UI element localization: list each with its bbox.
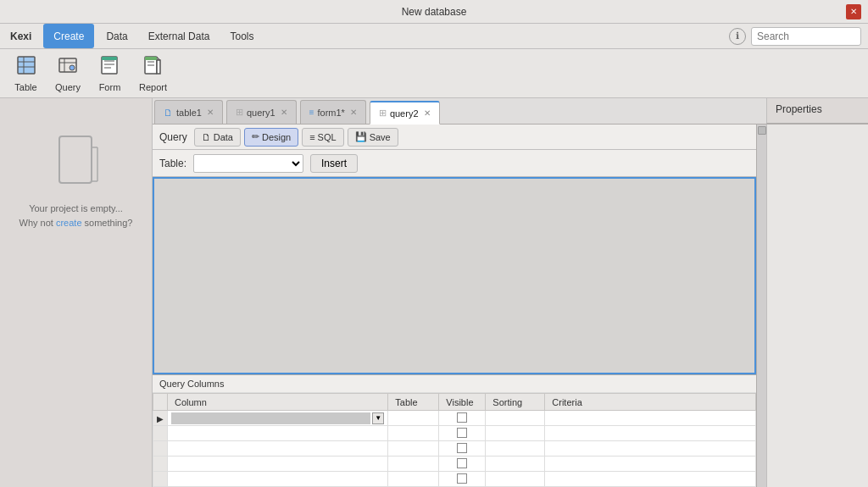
row-visible-cell[interactable] xyxy=(439,457,486,472)
sql-icon: ≡ xyxy=(309,132,314,142)
toolbar-report-button[interactable]: Report xyxy=(132,53,174,95)
design-canvas xyxy=(153,177,756,374)
svg-rect-0 xyxy=(18,57,35,74)
row-criteria-cell xyxy=(545,411,756,426)
design-icon: ✏ xyxy=(252,131,259,142)
col-header-column: Column xyxy=(168,394,388,411)
query-sql-button[interactable]: ≡ SQL xyxy=(302,128,343,147)
table-select[interactable] xyxy=(193,154,303,173)
svg-rect-19 xyxy=(59,136,92,183)
query-icon xyxy=(58,55,78,80)
left-panel: Your project is empty... Why not create … xyxy=(0,98,153,487)
table-row xyxy=(153,457,756,472)
main-area: Your project is empty... Why not create … xyxy=(0,98,868,487)
form1-icon: ≡ xyxy=(309,108,314,117)
window-title: New database xyxy=(402,6,467,18)
svg-rect-12 xyxy=(102,57,117,60)
menu-data[interactable]: Data xyxy=(96,24,137,48)
row-arrow-icon: ▶ xyxy=(157,414,164,423)
table-row xyxy=(153,441,756,457)
row-table-cell xyxy=(388,426,439,441)
tab-table1[interactable]: 🗋 table1 ✕ xyxy=(154,100,223,124)
query-columns: Query Columns Column Table Visible Sorti… xyxy=(153,374,756,487)
search-input[interactable] xyxy=(751,27,861,46)
table-selector-row: Table: Insert xyxy=(153,150,756,177)
table-selector-label: Table: xyxy=(159,158,186,169)
tab-query1[interactable]: ⊞ query1 ✕ xyxy=(226,100,297,124)
form-icon xyxy=(99,55,120,80)
row-arrow-cell xyxy=(153,457,168,472)
close-button[interactable]: ✕ xyxy=(846,4,861,19)
create-link[interactable]: create xyxy=(56,218,82,228)
workspace-inner: Query 🗋 Data ✏ Design ≡ SQL 💾 xyxy=(153,125,756,487)
query-toolbar: Query 🗋 Data ✏ Design ≡ SQL 💾 xyxy=(153,125,756,150)
toolbar-query-label: Query xyxy=(55,82,81,92)
row-table-cell xyxy=(388,457,439,472)
table-row: ▶ ▼ xyxy=(153,411,756,426)
tab-query2[interactable]: ⊞ query2 ✕ xyxy=(370,101,440,125)
row-sorting-cell xyxy=(486,411,545,426)
menu-bar: Kexi Create Data External Data Tools ℹ xyxy=(0,24,868,49)
query-design-button[interactable]: ✏ Design xyxy=(244,128,298,147)
col-header-visible: Visible xyxy=(439,394,486,411)
row-arrow-cell xyxy=(153,426,168,441)
properties-header: Properties xyxy=(766,98,868,124)
row-table-cell xyxy=(388,472,439,487)
col-header-sorting: Sorting xyxy=(486,394,545,411)
dropdown-arrow-icon[interactable]: ▼ xyxy=(372,412,384,424)
row-column-cell xyxy=(168,426,388,441)
visible-checkbox[interactable] xyxy=(457,412,467,423)
save-icon: 💾 xyxy=(355,131,367,142)
query2-icon: ⊞ xyxy=(379,108,387,119)
scrollbar-thumb[interactable] xyxy=(758,126,766,135)
menu-tools[interactable]: Tools xyxy=(220,24,264,48)
data-icon: 🗋 xyxy=(202,132,211,142)
col-header-table: Table xyxy=(388,394,439,411)
row-visible-cell[interactable] xyxy=(439,441,486,457)
query1-icon: ⊞ xyxy=(236,107,243,118)
tab-query1-label: query1 xyxy=(247,108,275,118)
column-dropdown[interactable]: ▼ xyxy=(171,412,384,424)
tab-form1-close[interactable]: ✕ xyxy=(350,108,357,117)
tab-form1[interactable]: ≡ form1* ✕ xyxy=(300,100,366,124)
visible-checkbox[interactable] xyxy=(457,473,467,484)
insert-button[interactable]: Insert xyxy=(310,154,358,173)
menu-external-data[interactable]: External Data xyxy=(138,24,220,48)
row-column-cell[interactable]: ▼ xyxy=(168,411,388,426)
toolbar-table-label: Table xyxy=(14,82,36,92)
col-header-arrow xyxy=(153,394,168,411)
query-label: Query xyxy=(159,131,187,143)
row-table-cell xyxy=(388,441,439,457)
row-visible-cell[interactable] xyxy=(439,411,486,426)
toolbar-query-button[interactable]: Query xyxy=(48,53,87,95)
toolbar: Table Query Form xyxy=(0,49,868,98)
row-table-cell xyxy=(388,411,439,426)
menu-kexi[interactable]: Kexi xyxy=(0,24,42,48)
toolbar-form-button[interactable]: Form xyxy=(91,53,129,95)
report-icon xyxy=(142,55,163,80)
row-visible-cell[interactable] xyxy=(439,472,486,487)
svg-rect-18 xyxy=(145,57,157,60)
visible-checkbox[interactable] xyxy=(457,428,467,438)
menu-create[interactable]: Create xyxy=(43,24,94,48)
query-save-button[interactable]: 💾 Save xyxy=(348,128,398,147)
row-criteria-cell xyxy=(545,472,756,487)
tab-query2-close[interactable]: ✕ xyxy=(424,108,431,118)
vertical-scrollbar[interactable] xyxy=(756,125,766,487)
table-row xyxy=(153,472,756,487)
empty-project-text: Your project is empty... Why not create … xyxy=(19,202,133,230)
query-data-button[interactable]: 🗋 Data xyxy=(194,128,241,147)
toolbar-report-label: Report xyxy=(139,82,167,92)
row-visible-cell[interactable] xyxy=(439,426,486,441)
row-column-cell xyxy=(168,441,388,457)
visible-checkbox[interactable] xyxy=(457,458,467,468)
info-button[interactable]: ℹ xyxy=(729,28,746,45)
toolbar-table-button[interactable]: Table xyxy=(7,53,45,95)
tab-table1-close[interactable]: ✕ xyxy=(207,108,214,117)
row-arrow-cell: ▶ xyxy=(153,411,168,426)
title-bar: New database ✕ xyxy=(0,0,868,24)
row-criteria-cell xyxy=(545,426,756,441)
tab-query1-close[interactable]: ✕ xyxy=(281,108,287,117)
visible-checkbox[interactable] xyxy=(457,443,467,453)
table-row xyxy=(153,426,756,441)
